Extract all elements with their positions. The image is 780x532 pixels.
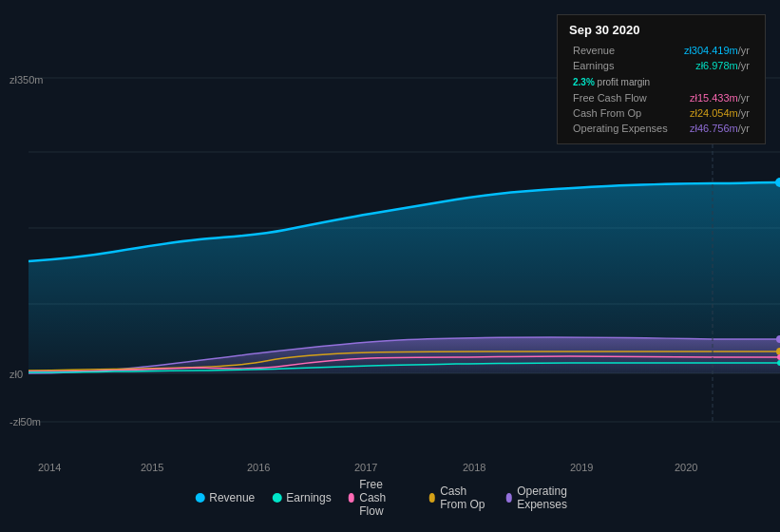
legend-dot-fcf [349, 493, 355, 503]
legend-item-earnings[interactable]: Earnings [272, 491, 331, 504]
tooltip-row-earnings-sub: 2.3% profit margin [569, 73, 753, 90]
legend-dot-revenue [195, 493, 204, 503]
legend-dot-earnings [272, 493, 281, 503]
x-label-2015: 2015 [141, 462, 163, 473]
legend-item-fcf[interactable]: Free Cash Flow [349, 478, 412, 518]
tooltip-label-revenue: Revenue [569, 43, 676, 58]
y-label-neg50m: -zł50m [10, 416, 41, 428]
tooltip-profit-margin: 2.3% profit margin [573, 77, 650, 87]
legend-item-opex[interactable]: Operating Expenses [506, 484, 585, 511]
tooltip-row-fcf: Free Cash Flow zł15.433m/yr [569, 90, 753, 105]
y-label-350m: zł350m [10, 74, 43, 86]
tooltip-value-earnings: zł6.978m/yr [676, 58, 753, 73]
tooltip-label-fcf: Free Cash Flow [569, 90, 676, 105]
x-label-2014: 2014 [38, 462, 61, 473]
x-label-2018: 2018 [463, 462, 485, 473]
tooltip-value-opex: zł46.756m/yr [676, 121, 753, 136]
x-label-2017: 2017 [354, 462, 377, 473]
x-label-2019: 2019 [570, 462, 593, 473]
tooltip-label-earnings: Earnings [569, 58, 676, 73]
legend-label-opex: Operating Expenses [517, 484, 585, 511]
tooltip-value-revenue: zł304.419m/yr [676, 43, 753, 58]
legend-label-earnings: Earnings [286, 491, 331, 504]
data-tooltip: Sep 30 2020 Revenue zł304.419m/yr Earnin… [557, 14, 766, 144]
tooltip-title: Sep 30 2020 [569, 23, 753, 37]
tooltip-value-fcf: zł15.433m/yr [676, 90, 753, 105]
tooltip-row-cfo: Cash From Op zł24.054m/yr [569, 105, 753, 121]
tooltip-value-cfo: zł24.054m/yr [676, 105, 753, 121]
chart-legend: Revenue Earnings Free Cash Flow Cash Fro… [195, 478, 585, 518]
tooltip-row-opex: Operating Expenses zł46.756m/yr [569, 121, 753, 136]
x-label-2020: 2020 [675, 462, 697, 473]
tooltip-row-earnings: Earnings zł6.978m/yr [569, 58, 753, 73]
legend-item-cfo[interactable]: Cash From Op [429, 484, 489, 511]
x-label-2016: 2016 [247, 462, 270, 473]
legend-label-revenue: Revenue [209, 491, 255, 504]
chart-container: zł350m zł0 -zł50m 2014 2015 2016 2017 20… [0, 0, 780, 532]
y-label-0: zł0 [10, 369, 23, 380]
tooltip-table: Revenue zł304.419m/yr Earnings zł6.978m/… [569, 43, 753, 136]
legend-item-revenue[interactable]: Revenue [195, 491, 255, 504]
legend-label-cfo: Cash From Op [440, 484, 488, 511]
legend-dot-cfo [429, 493, 436, 503]
tooltip-label-cfo: Cash From Op [569, 105, 676, 121]
tooltip-label-opex: Operating Expenses [569, 121, 676, 136]
tooltip-row-revenue: Revenue zł304.419m/yr [569, 43, 753, 58]
legend-dot-opex [506, 493, 513, 503]
legend-label-fcf: Free Cash Flow [359, 478, 411, 518]
